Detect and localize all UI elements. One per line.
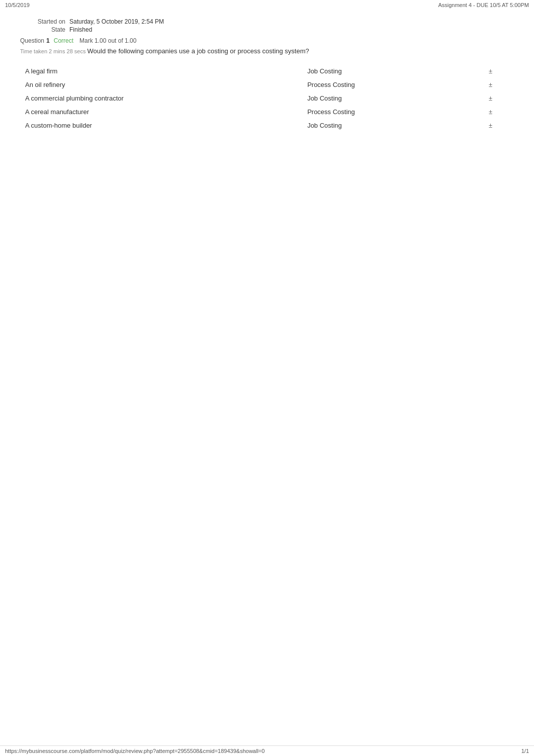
top-bar-date: 10/5/2019 bbox=[5, 2, 30, 8]
costing-type: Process Costing bbox=[302, 78, 484, 91]
company-name: A commercial plumbing contractor bbox=[20, 91, 302, 105]
question-header: Question 1 Correct Mark 1.00 out of 1.00 bbox=[20, 37, 514, 44]
costing-type: Job Costing bbox=[302, 64, 484, 78]
table-row: A legal firm Job Costing ± bbox=[20, 64, 514, 78]
costing-type: Job Costing bbox=[302, 91, 484, 105]
table-row: An oil refinery Process Costing ± bbox=[20, 78, 514, 91]
costing-icon: ± bbox=[484, 64, 514, 78]
started-on-label: Started on bbox=[20, 18, 65, 25]
correct-badge: Correct bbox=[54, 37, 73, 44]
company-name: A custom-home builder bbox=[20, 119, 302, 132]
time-taken-inline: Time taken 2 mins 28 secs bbox=[20, 48, 87, 54]
table-row: A cereal manufacturer Process Costing ± bbox=[20, 105, 514, 119]
state-value: Finished bbox=[69, 26, 92, 33]
costing-icon: ± bbox=[484, 91, 514, 105]
costing-icon: ± bbox=[484, 78, 514, 91]
state-label: State bbox=[20, 26, 65, 33]
question-number: 1 bbox=[46, 37, 50, 44]
top-bar-assignment: Assignment 4 - DUE 10/5 AT 5:00PM bbox=[438, 2, 529, 8]
table-row: A commercial plumbing contractor Job Cos… bbox=[20, 91, 514, 105]
content-area: Started on Saturday, 5 October 2019, 2:5… bbox=[0, 10, 534, 148]
mark-label: Mark 1.00 out of 1.00 bbox=[79, 37, 136, 44]
company-name: A legal firm bbox=[20, 64, 302, 78]
meta-row-state: State Finished bbox=[20, 26, 514, 33]
company-name: An oil refinery bbox=[20, 78, 302, 91]
started-on-value: Saturday, 5 October 2019, 2:54 PM bbox=[69, 18, 164, 25]
costing-type: Job Costing bbox=[302, 119, 484, 132]
costing-icon: ± bbox=[484, 119, 514, 132]
costing-icon: ± bbox=[484, 105, 514, 119]
costing-type: Process Costing bbox=[302, 105, 484, 119]
meta-table: Started on Saturday, 5 October 2019, 2:5… bbox=[20, 18, 514, 33]
company-name: A cereal manufacturer bbox=[20, 105, 302, 119]
question-text: Time taken 2 mins 28 secs Would the foll… bbox=[20, 46, 514, 56]
table-row: A custom-home builder Job Costing ± bbox=[20, 119, 514, 132]
answer-table: A legal firm Job Costing ± An oil refine… bbox=[20, 64, 514, 132]
question-label: Question bbox=[20, 37, 44, 44]
meta-row-started: Started on Saturday, 5 October 2019, 2:5… bbox=[20, 18, 514, 25]
top-bar: 10/5/2019 Assignment 4 - DUE 10/5 AT 5:0… bbox=[0, 0, 534, 10]
